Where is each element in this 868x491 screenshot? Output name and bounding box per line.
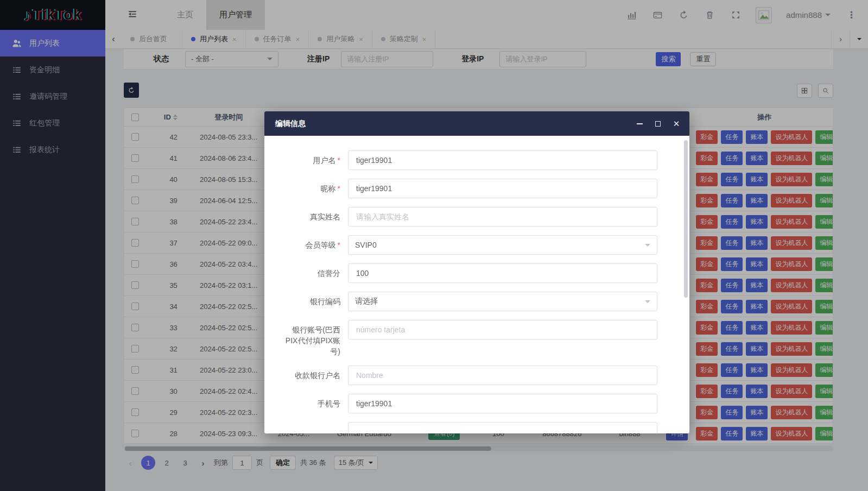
field-select-value: 请选择 [355, 297, 378, 306]
chevron-down-icon [645, 244, 650, 249]
field-control: SVIP0 [348, 235, 657, 255]
chevron-down-icon [645, 300, 650, 306]
maximize-button[interactable] [654, 119, 662, 128]
form-fields: 用户名*昵称*真实姓名会员等级*SVIP0信誉分银行编码请选择银行账号(巴西PI… [284, 150, 679, 433]
field-select[interactable]: 请选择 [348, 292, 657, 311]
field-input[interactable] [348, 179, 657, 198]
form-field: 昵称* [284, 179, 679, 198]
field-label: 用户名* [284, 150, 340, 166]
minimize-icon [637, 123, 643, 124]
dialog-header[interactable]: 编辑信息 ✕ [264, 111, 689, 136]
form-field: 银行编码请选择 [284, 292, 679, 311]
field-label: 银行编码 [284, 292, 340, 307]
form-field: 真实姓名 [284, 207, 679, 226]
field-control [348, 263, 657, 283]
field-control [348, 394, 657, 413]
form-field: 手机号 [284, 394, 679, 413]
required-asterisk: * [338, 184, 340, 193]
form-field: 会员等级*SVIP0 [284, 235, 679, 255]
close-button[interactable]: ✕ [672, 119, 681, 128]
dialog-window-controls: ✕ [635, 119, 681, 128]
field-label: 真实姓名 [284, 207, 340, 222]
field-control [348, 366, 657, 385]
field-input[interactable] [348, 394, 657, 413]
field-control: 请选择 [348, 292, 657, 311]
form-field: 收款银行户名 [284, 366, 679, 385]
field-input[interactable] [348, 207, 657, 226]
form-field: 用户名* [284, 150, 679, 170]
field-control [348, 320, 657, 339]
field-input[interactable] [348, 422, 657, 433]
field-select[interactable]: SVIP0 [348, 235, 657, 255]
form-field [284, 422, 679, 433]
edit-info-dialog: 编辑信息 ✕ 用户名*昵称*真实姓名会员等级*SVIP0信誉分银行编码请选择银行… [264, 111, 689, 433]
field-control [348, 422, 657, 433]
field-label: 收款银行户名 [284, 366, 340, 381]
field-label [284, 422, 340, 426]
field-label: 会员等级* [284, 235, 340, 250]
field-label: 银行账号(巴西PIX代付填PIX账号) [284, 320, 340, 357]
field-select-value: SVIP0 [355, 241, 377, 249]
required-asterisk: * [338, 241, 340, 249]
dialog-scrollbar-thumb[interactable] [684, 140, 688, 298]
maximize-icon [655, 121, 661, 127]
field-control [348, 207, 657, 226]
form-field: 银行账号(巴西PIX代付填PIX账号) [284, 320, 679, 357]
field-label: 信誉分 [284, 263, 340, 279]
field-label: 手机号 [284, 394, 340, 409]
field-control [348, 179, 657, 198]
field-input[interactable] [348, 320, 657, 339]
minimize-button[interactable] [635, 119, 644, 128]
field-control [348, 150, 657, 170]
field-label: 昵称* [284, 179, 340, 194]
dialog-title: 编辑信息 [275, 119, 306, 129]
required-asterisk: * [338, 156, 340, 165]
dialog-body: 用户名*昵称*真实姓名会员等级*SVIP0信誉分银行编码请选择银行账号(巴西PI… [264, 136, 689, 433]
form-field: 信誉分 [284, 263, 679, 283]
field-input[interactable] [348, 366, 657, 385]
field-input[interactable] [348, 263, 657, 283]
field-input[interactable] [348, 150, 657, 170]
